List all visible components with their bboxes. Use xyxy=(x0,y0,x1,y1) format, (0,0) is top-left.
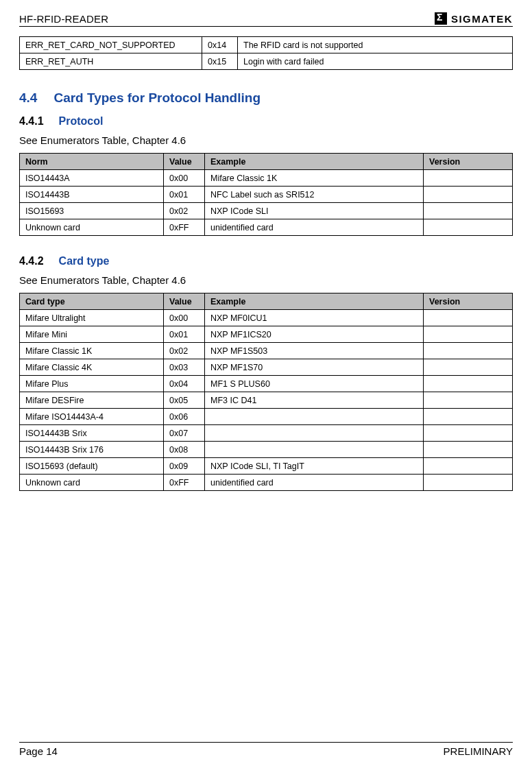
table-row: ISO14443B0x01NFC Label such as SRI512 xyxy=(20,187,513,203)
cell: Mifare ISO14443A-4 xyxy=(20,409,164,425)
th-example: Example xyxy=(205,154,424,170)
err-name: ERR_RET_CARD_NOT_SUPPORTED xyxy=(20,37,202,53)
doc-title: HF-RFID-READER xyxy=(19,13,108,25)
heading-4-4-2: 4.4.2Card type xyxy=(19,255,513,267)
cell xyxy=(424,442,513,458)
cell: ISO15693 (default) xyxy=(20,458,164,475)
cell: MF1 S PLUS60 xyxy=(205,376,424,392)
cell: Mifare Classic 1K xyxy=(20,343,164,359)
cell xyxy=(424,409,513,425)
cell xyxy=(424,425,513,442)
cell: NXP ICode SLI xyxy=(205,203,424,219)
table-row: ERR_RET_AUTH 0x15 Login with card failed xyxy=(20,53,513,70)
heading-num: 4.4 xyxy=(19,91,37,105)
paragraph: See Enumerators Table, Chapter 4.6 xyxy=(19,134,513,146)
table-row: ISO15693 (default)0x09NXP ICode SLI, TI … xyxy=(20,458,513,475)
page-header: HF-RFID-READER SIGMATEK xyxy=(19,12,513,27)
err-desc: The RFID card is not supported xyxy=(238,37,513,53)
cell: 0x06 xyxy=(164,409,205,425)
table-header-row: Card type Value Example Version xyxy=(20,293,513,310)
cell: Mifare Ultralight xyxy=(20,310,164,326)
table-row: Mifare Classic 1K0x02NXP MF1S503 xyxy=(20,343,513,359)
cell: MF3 IC D41 xyxy=(205,392,424,409)
cell xyxy=(424,359,513,376)
error-table-continued: ERR_RET_CARD_NOT_SUPPORTED 0x14 The RFID… xyxy=(19,36,513,70)
cell: 0x01 xyxy=(164,326,205,343)
page-number: Page 14 xyxy=(19,745,58,757)
cell: ISO14443B xyxy=(20,187,164,203)
table-row: Unknown card0xFFunidentified card xyxy=(20,219,513,236)
table-header-row: Norm Value Example Version xyxy=(20,154,513,170)
err-value: 0x14 xyxy=(202,37,238,53)
cell: unidentified card xyxy=(205,475,424,491)
table-row: Mifare ISO14443A-40x06 xyxy=(20,409,513,425)
cell: 0xFF xyxy=(164,219,205,236)
table-row: ISO14443B Srix 1760x08 xyxy=(20,442,513,458)
err-value: 0x15 xyxy=(202,53,238,70)
cell xyxy=(205,409,424,425)
heading-text: Card Types for Protocol Handling xyxy=(53,91,261,105)
cell: Mifare DESFire xyxy=(20,392,164,409)
cell xyxy=(424,376,513,392)
cell: 0xFF xyxy=(164,475,205,491)
cell: Unknown card xyxy=(20,475,164,491)
cell: 0x07 xyxy=(164,425,205,442)
cell xyxy=(424,310,513,326)
cell: Unknown card xyxy=(20,219,164,236)
cell: 0x02 xyxy=(164,203,205,219)
footer-status: PRELIMINARY xyxy=(444,745,513,757)
brand-text: SIGMATEK xyxy=(451,13,513,25)
sigma-icon xyxy=(435,12,447,25)
cell: ISO14443B Srix 176 xyxy=(20,442,164,458)
cell: 0x00 xyxy=(164,170,205,187)
table-row: ISO156930x02NXP ICode SLI xyxy=(20,203,513,219)
subheading-num: 4.4.1 xyxy=(19,115,44,127)
page-footer: Page 14 PRELIMINARY xyxy=(19,742,513,757)
cell xyxy=(424,392,513,409)
cell: 0x05 xyxy=(164,392,205,409)
table-row: ISO14443B Srix0x07 xyxy=(20,425,513,442)
cell: ISO14443B Srix xyxy=(20,425,164,442)
cell: NXP ICode SLI, TI TagIT xyxy=(205,458,424,475)
cell: Mifare Classic 1K xyxy=(205,170,424,187)
cell: 0x02 xyxy=(164,343,205,359)
cell: 0x00 xyxy=(164,310,205,326)
table-row: Mifare Plus0x04MF1 S PLUS60 xyxy=(20,376,513,392)
cell: Mifare Plus xyxy=(20,376,164,392)
cell xyxy=(424,219,513,236)
th-cardtype: Card type xyxy=(20,293,164,310)
cell: 0x09 xyxy=(164,458,205,475)
th-norm: Norm xyxy=(20,154,164,170)
cell xyxy=(424,343,513,359)
th-version: Version xyxy=(424,154,513,170)
cell: ISO15693 xyxy=(20,203,164,219)
table-row: Mifare DESFire0x05MF3 IC D41 xyxy=(20,392,513,409)
err-name: ERR_RET_AUTH xyxy=(20,53,202,70)
th-version: Version xyxy=(424,293,513,310)
cell xyxy=(424,475,513,491)
cell xyxy=(424,326,513,343)
protocol-table: Norm Value Example Version ISO14443A0x00… xyxy=(19,153,513,236)
table-row: ISO14443A0x00Mifare Classic 1K xyxy=(20,170,513,187)
cell: NXP MF1S503 xyxy=(205,343,424,359)
brand-logo: SIGMATEK xyxy=(435,12,513,25)
table-row: Mifare Mini0x01NXP MF1ICS20 xyxy=(20,326,513,343)
table-row: Mifare Ultralight0x00NXP MF0ICU1 xyxy=(20,310,513,326)
cell: 0x04 xyxy=(164,376,205,392)
cell: NFC Label such as SRI512 xyxy=(205,187,424,203)
cell xyxy=(424,187,513,203)
table-row: Mifare Classic 4K0x03NXP MF1S70 xyxy=(20,359,513,376)
cell: Mifare Mini xyxy=(20,326,164,343)
table-row: Unknown card0xFFunidentified card xyxy=(20,475,513,491)
err-desc: Login with card failed xyxy=(238,53,513,70)
cell: NXP MF1S70 xyxy=(205,359,424,376)
cell xyxy=(424,458,513,475)
th-value: Value xyxy=(164,154,205,170)
cardtype-table: Card type Value Example Version Mifare U… xyxy=(19,293,513,491)
heading-4-4-1: 4.4.1Protocol xyxy=(19,115,513,128)
paragraph: See Enumerators Table, Chapter 4.6 xyxy=(19,274,513,286)
cell xyxy=(424,203,513,219)
cell: 0x03 xyxy=(164,359,205,376)
th-value: Value xyxy=(164,293,205,310)
cell: NXP MF1ICS20 xyxy=(205,326,424,343)
